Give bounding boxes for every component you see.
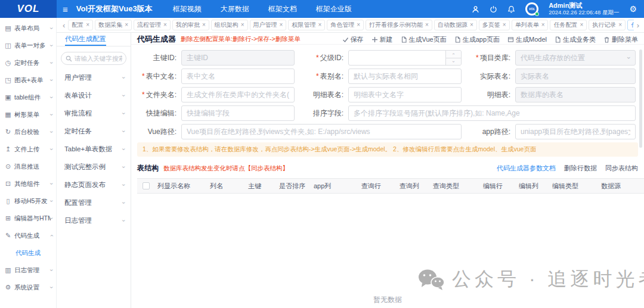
tab-item[interactable]: 代码生成 × (627, 20, 634, 30)
tab-item[interactable]: 执行记录 × (589, 20, 626, 30)
top-nav-item[interactable]: 框架文档 (268, 4, 297, 14)
top-nav-item[interactable]: 框架视频 (173, 4, 202, 14)
table-alias-input[interactable] (348, 69, 462, 84)
tab-item[interactable]: 角色管理 × (327, 20, 364, 30)
tab-label: 单列表单 (515, 21, 539, 29)
chevron-down-icon: › (120, 219, 127, 221)
tab-item[interactable]: 自动数据源 × (434, 20, 477, 30)
tree-item[interactable]: 日志管理 › (57, 211, 131, 229)
generate-model-button[interactable]: 生成Model (507, 35, 547, 44)
table-section-link[interactable]: 同步表结构 (605, 164, 638, 173)
detail-table-cn-input[interactable] (348, 87, 462, 102)
vue-path-input[interactable] (181, 124, 462, 139)
tab-item[interactable]: 单列表单 × (512, 20, 549, 30)
sidebar-item[interactable]: ◫ 表单一对多 › (0, 37, 56, 54)
sidebar-item[interactable]: ⊞ 编辑器与HTML › (0, 210, 56, 227)
app-title: Vol开发框架Vue3版本 (76, 4, 153, 14)
top-nav-item[interactable]: 框架企业版 (316, 4, 352, 14)
close-icon[interactable]: × (125, 22, 128, 28)
sidebar-item[interactable]: ⊙ 消息推送 › (0, 158, 56, 175)
close-icon[interactable]: × (541, 22, 545, 28)
tab-item[interactable]: 组织架构 × (211, 20, 248, 30)
parent-id-input[interactable] (348, 50, 462, 66)
folder-name-input[interactable] (181, 87, 295, 102)
close-icon[interactable]: × (357, 22, 360, 28)
close-icon[interactable]: × (580, 22, 583, 28)
sort-field-input[interactable] (348, 105, 636, 121)
stepper-down-icon[interactable]: › (446, 58, 461, 66)
sidebar-item[interactable]: ▥ 日志管理 › (0, 262, 56, 279)
avatar[interactable]: VOL (525, 2, 538, 15)
close-icon[interactable]: × (202, 22, 206, 28)
select-all-checkbox[interactable] (143, 182, 150, 189)
delete-menu-button[interactable]: 删除菜单 (603, 35, 638, 44)
sidebar-item[interactable]: ↻ 后台校验 › (0, 123, 56, 141)
generate-app-page-button[interactable]: 生成app页面 (454, 35, 500, 44)
sidebar-item[interactable]: ✎ 代码生成 › (0, 227, 56, 244)
tab-label: 代码生成 (631, 21, 634, 29)
generate-business-class-button[interactable]: 生成业务类 (555, 35, 596, 44)
hamburger-menu-icon[interactable]: ≡ (63, 5, 68, 14)
tree-item[interactable]: 审批流程 › (57, 104, 131, 122)
close-icon[interactable]: × (280, 22, 283, 28)
tab-item[interactable]: 我的审批 × (172, 20, 209, 30)
sidebar-item-label: 定时任务 (14, 59, 51, 67)
settings-gear-icon[interactable]: ⚙ (629, 5, 637, 13)
sidebar-item[interactable]: ⚙ 系统设置 › (0, 279, 56, 296)
sidebar-item[interactable]: ⊡ 其他组件 › (0, 175, 56, 192)
tab-item[interactable]: 用户管理 × (250, 20, 287, 30)
tabs-scroll-left-icon[interactable]: ‹ (61, 21, 66, 30)
app-path-input[interactable] (515, 124, 636, 139)
config-panel-tab[interactable]: 代码生成配置 (65, 33, 106, 46)
close-icon[interactable]: × (618, 22, 622, 28)
top-nav-item[interactable]: 大屏数据 (221, 4, 249, 14)
tab-item[interactable]: 数据采集 × (95, 20, 132, 30)
tree-item[interactable]: 测试完整示例 › (57, 158, 131, 176)
table-section-link[interactable]: 代码生成器参数文档 (497, 164, 556, 173)
sidebar-item-label: table组件 (14, 94, 51, 102)
scrollbar-thumb[interactable] (639, 49, 642, 148)
tree-item[interactable]: 静态页面发布 › (57, 176, 131, 194)
tree-item[interactable]: 配置管理 › (57, 194, 131, 211)
tab-item[interactable]: 权限管理 × (288, 20, 325, 30)
sidebar-item[interactable]: ◳ 图表+表单 › (0, 71, 56, 89)
field-label: app路径: (471, 127, 515, 137)
new-button[interactable]: 新建 (371, 35, 393, 44)
sidebar-item[interactable]: ◷ 定时任务 › (0, 54, 56, 71)
table-section-link[interactable]: 删除行数据 (564, 164, 597, 173)
close-icon[interactable]: × (241, 22, 244, 28)
tab-item[interactable]: 多页签 × (479, 20, 510, 30)
generate-vue-page-button[interactable]: 生成Vue页面 (401, 35, 447, 44)
tree-item[interactable]: 定时任务 › (57, 122, 131, 140)
quick-edit-input[interactable] (181, 105, 295, 121)
close-icon[interactable]: × (470, 22, 473, 28)
bell-icon[interactable] (507, 5, 515, 13)
close-icon[interactable]: × (318, 22, 321, 28)
sidebar-item[interactable]: ▣ table组件 › (0, 89, 56, 106)
power-icon[interactable] (490, 5, 497, 13)
sidebar-item[interactable]: ▯ 移动H5开发 › (0, 192, 56, 210)
tab-item[interactable]: 任务配置 × (550, 20, 587, 30)
tree-item[interactable]: 用户管理 › (57, 69, 131, 86)
tab-item[interactable]: 流程管理 × (134, 20, 171, 30)
user-meta[interactable]: Admin测试 2024.02.26 22:06:48 星期一 (549, 2, 619, 16)
close-icon[interactable]: × (425, 22, 429, 28)
close-icon[interactable]: × (86, 22, 89, 28)
stepper-up-icon[interactable]: › (446, 51, 461, 58)
sidebar-item[interactable]: ↥ 文件上传 › (0, 141, 56, 158)
user-icon[interactable] (472, 5, 479, 13)
tabs-scroll-right-icon[interactable]: › (636, 21, 640, 30)
tree-item[interactable]: 表单设计 › (57, 86, 131, 104)
tree-item[interactable]: Table+单表数据 › (57, 140, 131, 158)
table-cn-name-input[interactable] (181, 69, 295, 84)
sidebar-item[interactable]: ▤ 表单布局 › (0, 20, 56, 37)
tab-item[interactable]: 打开看很多示例功能 × (366, 20, 432, 30)
tab-item[interactable]: 配置 × (68, 20, 93, 30)
save-button[interactable]: 保存 (342, 35, 364, 44)
close-icon[interactable]: × (503, 22, 506, 28)
close-icon[interactable]: × (163, 22, 167, 28)
sidebar-item[interactable]: 代码生成 › (0, 244, 56, 262)
sidebar-item[interactable]: ▦ 树形菜单 › (0, 106, 56, 123)
chevron-down-icon: › (48, 114, 55, 116)
sidebar-item-label: 图表+表单 (14, 76, 51, 85)
